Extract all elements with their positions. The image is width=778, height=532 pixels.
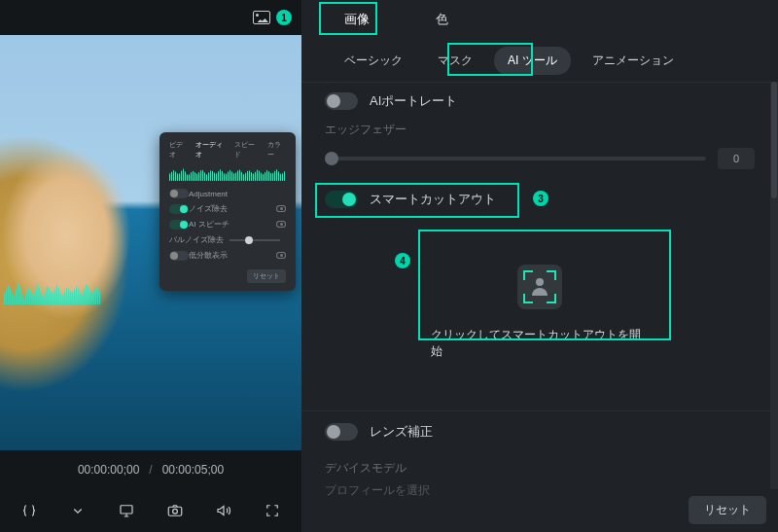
slider-thumb[interactable] [325, 152, 338, 165]
tab-ai-tools[interactable]: AI ツール [494, 47, 571, 75]
balance-slider[interactable] [230, 239, 280, 241]
visibility-icon[interactable] [276, 205, 286, 212]
chevron-down-icon[interactable] [67, 500, 88, 521]
smart-cutout-start-label: クリックしてスマートカットアウトを開始 [431, 327, 649, 360]
audio-card-tab[interactable]: ビデオ [169, 140, 188, 160]
ai-portrait-section: AIポートレート エッジフェザー 0 [301, 82, 778, 179]
device-model-label: デバイスモデル [301, 460, 778, 477]
audio-card-reset-button[interactable]: リセット [247, 269, 286, 283]
audio-card-tab[interactable]: カラー [267, 140, 286, 160]
marker-braces-button[interactable] [18, 500, 40, 521]
audio-card-tab[interactable]: スピード [234, 140, 260, 160]
smart-cutout-start-area: クリックしてスマートカットアウトを開始 [421, 245, 658, 381]
smart-cutout-start-button[interactable] [517, 265, 562, 309]
preview-toolbar: 1 [0, 0, 301, 35]
noise-removal-toggle[interactable] [169, 204, 189, 214]
tab-color[interactable]: 色 [422, 5, 462, 34]
audio-card-tabs[interactable]: ビデオ オーディオ スピード カラー [169, 140, 286, 160]
pitch-label: 低分散表示 [189, 250, 228, 261]
tab-mask[interactable]: マスク [424, 47, 486, 75]
display-icon[interactable] [116, 500, 137, 521]
camera-icon[interactable] [164, 500, 186, 521]
property-sub-tabs: ベーシック マスク AI ツール アニメーション 2 [301, 39, 778, 82]
visibility-icon[interactable] [276, 252, 286, 259]
reset-button[interactable]: リセット [689, 496, 766, 524]
transport-bar [0, 489, 301, 532]
noise-removal-label: ノイズ除去 [189, 203, 228, 214]
audio-card-waveform [169, 165, 286, 181]
property-category-tabs: 画像 色 [301, 0, 778, 39]
preview-viewport[interactable]: ビデオ オーディオ スピード カラー Adjustment ノイズ除去 AI ス… [0, 35, 301, 450]
edge-feather-label: エッジフェザー [325, 122, 755, 138]
person-icon [531, 278, 548, 296]
properties-panel: 画像 色 ベーシック マスク AI ツール アニメーション 2 AIポートレート… [301, 0, 778, 532]
timecode-bar: 00:00:00;00 / 00:00:05;00 [0, 450, 301, 489]
timecode-total: 00:00:05;00 [162, 463, 224, 477]
image-mode-icon[interactable] [253, 11, 270, 24]
tab-image[interactable]: 画像 [331, 5, 383, 34]
smart-cutout-label: スマートカットアウト [370, 191, 496, 208]
svg-point-2 [173, 509, 178, 514]
smart-cutout-toggle[interactable] [325, 191, 358, 208]
audio-adjust-toggle[interactable] [169, 189, 189, 198]
smart-cutout-section: スマートカットアウト 3 [301, 179, 778, 226]
ai-portrait-label: AIポートレート [370, 92, 457, 110]
balance-label: バルノイズ除去 [169, 234, 224, 245]
lens-correction-section: レンズ補正 [301, 410, 778, 452]
scrollbar-thumb[interactable] [771, 82, 777, 198]
preview-panel: 1 ビデオ オーディオ スピード カラー Adjustment ノイズ除去 AI… [0, 0, 301, 532]
audio-card-tab[interactable]: オーディオ [195, 140, 227, 160]
lens-correction-label: レンズ補正 [370, 423, 433, 441]
annotation-badge-3: 3 [533, 191, 548, 206]
ai-portrait-toggle[interactable] [325, 92, 358, 110]
annotation-badge-4: 4 [395, 253, 410, 268]
pitch-toggle[interactable] [169, 251, 189, 261]
visibility-icon[interactable] [276, 221, 286, 228]
lens-correction-toggle[interactable] [325, 423, 358, 441]
ai-speech-label: AI スピーチ [189, 219, 230, 230]
svg-rect-0 [121, 506, 132, 514]
audio-adjustment-card[interactable]: ビデオ オーディオ スピード カラー Adjustment ノイズ除去 AI ス… [159, 132, 296, 291]
timecode-current[interactable]: 00:00:00;00 [78, 463, 139, 477]
tab-basic[interactable]: ベーシック [331, 47, 416, 75]
svg-rect-1 [168, 507, 182, 515]
fullscreen-icon[interactable] [262, 500, 283, 521]
tab-animation[interactable]: アニメーション [579, 47, 688, 75]
smart-cutout-body: クリックしてスマートカットアウトを開始 4 [301, 226, 778, 410]
ai-speech-toggle[interactable] [169, 220, 189, 230]
audio-adjust-label: Adjustment [189, 190, 228, 198]
scrollbar-track[interactable] [770, 82, 778, 489]
edge-feather-slider[interactable] [325, 157, 706, 160]
volume-icon[interactable] [213, 500, 234, 521]
timecode-separator: / [149, 463, 152, 477]
edge-feather-value[interactable]: 0 [718, 148, 755, 169]
annotation-badge-1: 1 [276, 10, 292, 25]
